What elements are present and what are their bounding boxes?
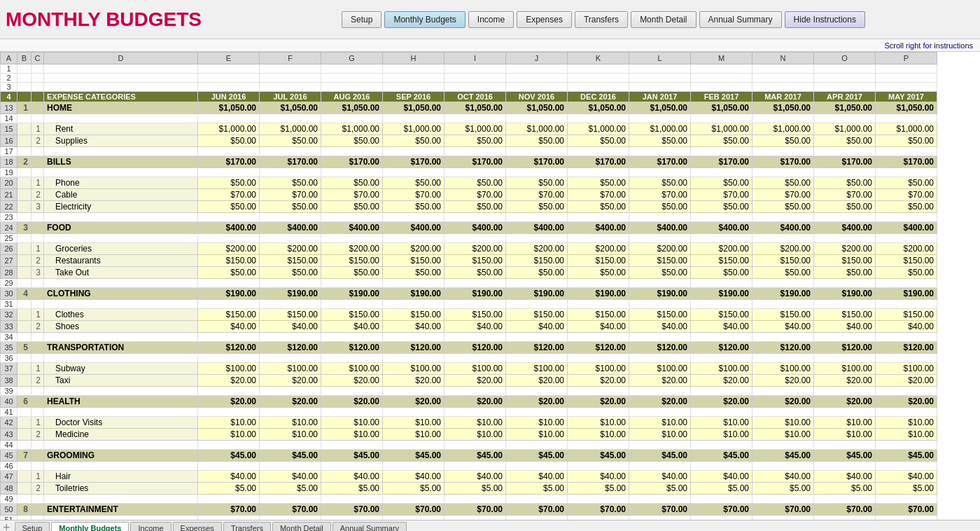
subcategory-value[interactable]: $50.00: [444, 135, 506, 147]
subcategory-value[interactable]: $50.00: [260, 135, 321, 147]
subcategory-value[interactable]: $50.00: [629, 135, 691, 147]
subcategory-value[interactable]: $150.00: [691, 309, 752, 321]
subcategory-value[interactable]: $10.00: [876, 417, 937, 429]
subcategory-value[interactable]: $200.00: [814, 243, 876, 255]
category-total-value[interactable]: $1,050.00: [321, 102, 383, 114]
subcategory-value[interactable]: $200.00: [568, 243, 629, 255]
subcategory-value[interactable]: $1,000.00: [260, 123, 321, 135]
category-total-value[interactable]: $120.00: [691, 342, 752, 354]
subcategory-value[interactable]: $10.00: [383, 429, 444, 441]
category-total-value[interactable]: $1,050.00: [876, 102, 937, 114]
subcategory-value[interactable]: $40.00: [383, 471, 444, 483]
category-total-value[interactable]: $70.00: [260, 504, 321, 516]
category-total-value[interactable]: $45.00: [814, 450, 876, 462]
subcategory-value[interactable]: $50.00: [629, 201, 691, 213]
subcategory-value[interactable]: $50.00: [691, 201, 752, 213]
subcategory-value[interactable]: $150.00: [444, 309, 506, 321]
subcategory-value[interactable]: $50.00: [321, 177, 383, 189]
subcategory-value[interactable]: $200.00: [629, 243, 691, 255]
subcategory-value[interactable]: $150.00: [321, 255, 383, 267]
subcategory-value[interactable]: $50.00: [506, 201, 568, 213]
category-total-value[interactable]: $400.00: [691, 222, 752, 234]
subcategory-value[interactable]: $40.00: [629, 321, 691, 333]
subcategory-value[interactable]: $20.00: [260, 375, 321, 387]
subcategory-value[interactable]: $1,000.00: [876, 123, 937, 135]
subcategory-value[interactable]: $50.00: [876, 135, 937, 147]
subcategory-value[interactable]: $70.00: [260, 189, 321, 201]
subcategory-value[interactable]: $50.00: [752, 177, 814, 189]
subcategory-value[interactable]: $100.00: [568, 363, 629, 375]
subcategory-value[interactable]: $100.00: [260, 363, 321, 375]
category-total-value[interactable]: $20.00: [814, 396, 876, 408]
subcategory-value[interactable]: $50.00: [383, 135, 444, 147]
category-total-value[interactable]: $190.00: [321, 288, 383, 300]
subcategory-value[interactable]: $10.00: [752, 429, 814, 441]
category-total-value[interactable]: $70.00: [444, 504, 506, 516]
subcategory-value[interactable]: $70.00: [568, 189, 629, 201]
category-total-value[interactable]: $120.00: [321, 342, 383, 354]
category-total-value[interactable]: $20.00: [568, 396, 629, 408]
subcategory-value[interactable]: $20.00: [383, 375, 444, 387]
subcategory-value[interactable]: $40.00: [752, 321, 814, 333]
subcategory-value[interactable]: $10.00: [752, 417, 814, 429]
subcategory-value[interactable]: $10.00: [444, 429, 506, 441]
category-total-value[interactable]: $170.00: [383, 156, 444, 168]
subcategory-value[interactable]: $1,000.00: [198, 123, 260, 135]
subcategory-value[interactable]: $100.00: [321, 363, 383, 375]
subcategory-value[interactable]: $5.00: [321, 483, 383, 495]
subcategory-value[interactable]: $40.00: [444, 471, 506, 483]
subcategory-value[interactable]: $50.00: [198, 267, 260, 279]
subcategory-value[interactable]: $40.00: [506, 321, 568, 333]
subcategory-value[interactable]: $5.00: [198, 483, 260, 495]
subcategory-value[interactable]: $40.00: [321, 471, 383, 483]
subcategory-value[interactable]: $1,000.00: [444, 123, 506, 135]
subcategory-value[interactable]: $50.00: [876, 177, 937, 189]
subcategory-value[interactable]: $5.00: [814, 483, 876, 495]
subcategory-value[interactable]: $20.00: [568, 375, 629, 387]
subcategory-value[interactable]: $150.00: [876, 255, 937, 267]
category-total-value[interactable]: $400.00: [506, 222, 568, 234]
subcategory-value[interactable]: $40.00: [383, 321, 444, 333]
subcategory-value[interactable]: $100.00: [691, 363, 752, 375]
subcategory-value[interactable]: $40.00: [568, 321, 629, 333]
category-total-value[interactable]: $45.00: [691, 450, 752, 462]
subcategory-value[interactable]: $20.00: [752, 375, 814, 387]
category-total-value[interactable]: $1,050.00: [629, 102, 691, 114]
setup-button[interactable]: Setup: [342, 11, 382, 28]
subcategory-value[interactable]: $10.00: [260, 429, 321, 441]
subcategory-value[interactable]: $40.00: [198, 471, 260, 483]
category-total-value[interactable]: $70.00: [629, 504, 691, 516]
category-total-value[interactable]: $400.00: [198, 222, 260, 234]
subcategory-value[interactable]: $5.00: [383, 483, 444, 495]
subcategory-value[interactable]: $100.00: [444, 363, 506, 375]
category-total-value[interactable]: $190.00: [814, 288, 876, 300]
subcategory-value[interactable]: $10.00: [629, 429, 691, 441]
category-total-value[interactable]: $190.00: [198, 288, 260, 300]
subcategory-value[interactable]: $50.00: [629, 267, 691, 279]
subcategory-value[interactable]: $50.00: [506, 267, 568, 279]
category-total-value[interactable]: $1,050.00: [814, 102, 876, 114]
subcategory-value[interactable]: $1,000.00: [568, 123, 629, 135]
category-total-value[interactable]: $70.00: [506, 504, 568, 516]
subcategory-value[interactable]: $20.00: [198, 375, 260, 387]
subcategory-value[interactable]: $200.00: [876, 243, 937, 255]
subcategory-value[interactable]: $40.00: [876, 471, 937, 483]
category-total-value[interactable]: $120.00: [506, 342, 568, 354]
category-total-value[interactable]: $170.00: [444, 156, 506, 168]
subcategory-value[interactable]: $10.00: [814, 429, 876, 441]
subcategory-value[interactable]: $150.00: [506, 309, 568, 321]
subcategory-value[interactable]: $150.00: [321, 309, 383, 321]
category-total-value[interactable]: $20.00: [876, 396, 937, 408]
category-total-value[interactable]: $190.00: [691, 288, 752, 300]
category-total-value[interactable]: $120.00: [260, 342, 321, 354]
subcategory-value[interactable]: $10.00: [629, 417, 691, 429]
category-total-value[interactable]: $1,050.00: [752, 102, 814, 114]
tab-income[interactable]: Income: [130, 522, 171, 531]
tab-month-detail[interactable]: Month Detail: [272, 522, 331, 531]
subcategory-value[interactable]: $50.00: [568, 177, 629, 189]
category-total-value[interactable]: $400.00: [814, 222, 876, 234]
subcategory-value[interactable]: $5.00: [876, 483, 937, 495]
category-total-value[interactable]: $1,050.00: [383, 102, 444, 114]
category-total-value[interactable]: $20.00: [444, 396, 506, 408]
subcategory-value[interactable]: $50.00: [691, 135, 752, 147]
